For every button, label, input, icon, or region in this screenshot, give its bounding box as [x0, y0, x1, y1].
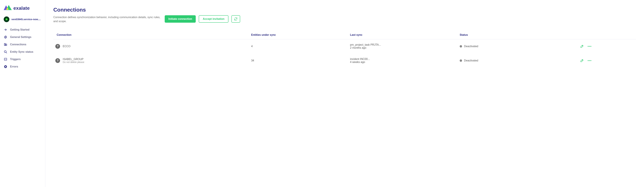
- page-title: Connections: [53, 7, 636, 13]
- status-dot-icon: [460, 45, 462, 48]
- instance-selector[interactable]: ven03945.service-now....: [4, 17, 42, 22]
- last-sync-time: 2 months ago: [350, 46, 458, 49]
- status-dot-icon: [460, 59, 462, 62]
- col-header-last-sync: Last sync: [350, 33, 458, 37]
- brand-logo: exalate: [4, 5, 42, 12]
- last-sync-item: incident INC00...: [350, 58, 458, 61]
- entities-count: 34: [251, 59, 348, 62]
- more-dots-icon: [588, 46, 592, 47]
- sidebar-item-general-settings[interactable]: General Settings: [4, 35, 42, 39]
- more-button[interactable]: [588, 60, 592, 61]
- connection-cell: ? ISABEL_GROUP Do not delete please: [55, 58, 249, 63]
- question-icon: ?: [55, 44, 60, 49]
- svg-point-23: [590, 60, 591, 61]
- status-cell: Deactivated: [460, 59, 578, 62]
- arrow-right-icon: [4, 28, 8, 32]
- svg-point-4: [5, 37, 6, 38]
- status-label: Deactivated: [464, 45, 478, 48]
- sidebar-nav: Getting Started General Settings Connect…: [4, 28, 42, 69]
- last-sync-cell: pm_project_task PRJTA... 2 months ago: [350, 43, 458, 49]
- sidebar-item-label: Entity Sync status: [10, 50, 33, 53]
- svg-rect-6: [6, 44, 7, 46]
- buildings-icon: [4, 43, 8, 46]
- edit-button[interactable]: [580, 45, 584, 48]
- status-cell: Deactivated: [460, 45, 578, 48]
- refresh-icon: [234, 17, 238, 21]
- table-header-row: Connection Entities under sync Last sync…: [53, 31, 636, 39]
- exalate-logo-icon: [4, 5, 12, 12]
- edit-icon: [580, 45, 584, 48]
- page-description: Connection defines synchronization behav…: [53, 15, 161, 23]
- edit-button[interactable]: [580, 59, 584, 62]
- sidebar-item-connections[interactable]: Connections: [4, 43, 42, 46]
- sidebar-item-label: Triggers: [10, 58, 21, 61]
- sidebar-item-label: General Settings: [10, 36, 31, 39]
- entities-count: 4: [251, 45, 348, 48]
- svg-line-13: [6, 52, 7, 53]
- col-header-status: Status: [460, 33, 578, 37]
- status-label: Deactivated: [464, 59, 478, 62]
- last-sync-time: 4 weeks ago: [350, 61, 458, 64]
- col-header-entities: Entities under sync: [251, 33, 348, 37]
- row-actions: [580, 45, 634, 48]
- main-content: Connections Connection defines synchroni…: [45, 0, 644, 187]
- svg-point-22: [589, 60, 590, 61]
- svg-point-20: [590, 46, 591, 47]
- action-buttons: Initiate connection Accept invitation: [165, 15, 240, 23]
- svg-point-21: [588, 60, 589, 61]
- sidebar-item-triggers[interactable]: Triggers: [4, 57, 42, 61]
- sidebar-item-label: Connections: [10, 43, 26, 46]
- sidebar-item-getting-started[interactable]: Getting Started: [4, 28, 42, 32]
- code-icon: [4, 57, 8, 61]
- page-header-row: Connection defines synchronization behav…: [53, 15, 636, 23]
- connections-table: Connection Entities under sync Last sync…: [53, 31, 636, 68]
- sidebar-item-errors[interactable]: Errors: [4, 65, 42, 69]
- col-header-connection: Connection: [55, 33, 249, 37]
- table-row: ? ECCO 4 pm_project_task PRJTA... 2 mont…: [53, 39, 636, 54]
- svg-rect-14: [4, 58, 7, 60]
- brand-name: exalate: [14, 6, 30, 11]
- search-icon: [4, 50, 8, 54]
- app-root: exalate ven03945.service-now.... Getting…: [0, 0, 644, 187]
- svg-point-18: [588, 46, 589, 47]
- last-sync-item: pm_project_task PRJTA...: [350, 43, 458, 46]
- connection-note: Do not delete please: [63, 61, 84, 63]
- sidebar-item-label: Errors: [10, 65, 18, 68]
- instance-name-label: ven03945.service-now....: [12, 18, 41, 21]
- row-actions: [580, 59, 634, 62]
- accept-invitation-button[interactable]: Accept invitation: [199, 15, 228, 23]
- connection-name: ISABEL_GROUP: [63, 58, 84, 61]
- svg-point-19: [589, 46, 590, 47]
- more-button[interactable]: [588, 46, 592, 47]
- gear-icon: [4, 35, 8, 39]
- last-sync-cell: incident INC00... 4 weeks ago: [350, 58, 458, 64]
- x-circle-icon: [4, 65, 8, 69]
- refresh-button[interactable]: [232, 15, 240, 23]
- initiate-connection-button[interactable]: Initiate connection: [165, 15, 196, 23]
- sidebar-item-entity-sync-status[interactable]: Entity Sync status: [4, 50, 42, 54]
- question-icon: ?: [55, 58, 60, 63]
- more-dots-icon: [588, 60, 592, 61]
- edit-icon: [580, 59, 584, 62]
- table-row: ? ISABEL_GROUP Do not delete please 34 i…: [53, 54, 636, 68]
- connection-cell: ? ECCO: [55, 44, 249, 49]
- sidebar-item-label: Getting Started: [10, 28, 30, 31]
- instance-avatar-icon: [4, 17, 10, 22]
- sidebar: exalate ven03945.service-now.... Getting…: [0, 0, 45, 187]
- connection-name: ECCO: [63, 45, 70, 48]
